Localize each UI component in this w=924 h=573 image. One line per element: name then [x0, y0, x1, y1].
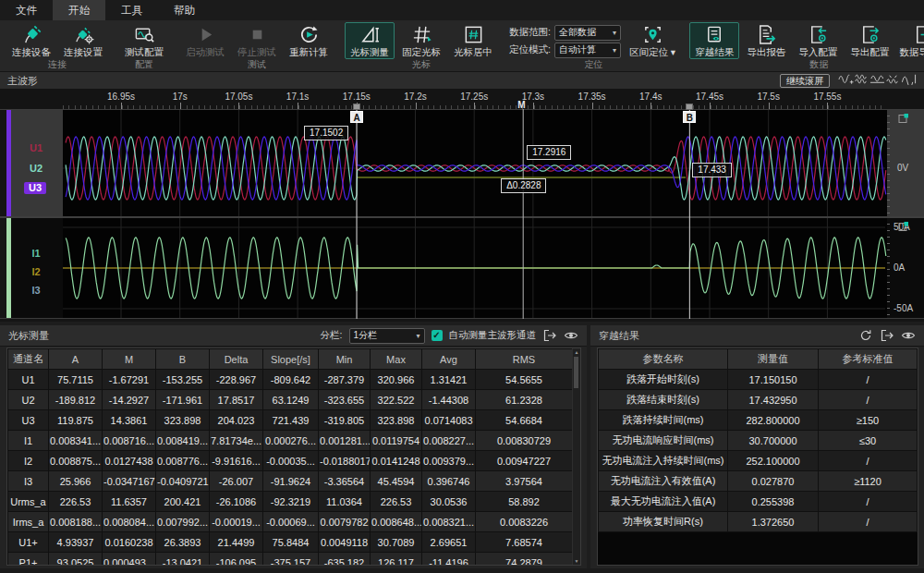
table-cell: 0.008716... — [103, 431, 156, 451]
data-range-select[interactable]: 全部数据▾ — [554, 25, 621, 41]
continue-scroll-button[interactable]: 继续滚屏 — [780, 74, 830, 88]
crossing-table-row[interactable]: 功率恢复时间R(s)1.372650/ — [599, 512, 918, 532]
panel-snapshot-icon[interactable] — [898, 113, 909, 124]
table-cell: 0.255398 — [728, 492, 819, 512]
data-export-icon — [912, 24, 924, 45]
single-cycle-icon[interactable] — [901, 73, 917, 85]
connect-device-button[interactable]: 连接设备 — [6, 22, 56, 59]
table-cell: -287.379 — [319, 370, 371, 390]
vertical-scrollbar[interactable]: ▲ ▼ — [572, 348, 580, 565]
auto-measure-checkbox[interactable]: ✓ — [432, 330, 443, 341]
ribbon-group-connect: 连接设备连接设置连接 — [2, 20, 113, 71]
data-export-button[interactable]: 数据导出 ▾ — [896, 22, 924, 59]
table-cell: -375.157 — [263, 553, 319, 567]
fixed-cursor-button[interactable]: 固定光标 — [396, 22, 446, 59]
export-config-button[interactable]: 导出配置 — [845, 22, 894, 59]
fit-waves-icon[interactable] — [885, 73, 901, 85]
cursor-b-flag[interactable]: B — [683, 111, 696, 123]
channel-label-i3[interactable]: I3 — [11, 285, 61, 297]
connect-settings-button[interactable]: 连接设置 — [58, 22, 108, 59]
crossing-table-row[interactable]: 跌落结束时刻(s)17.432950/ — [599, 390, 918, 410]
scrollbar-thumb[interactable] — [574, 357, 578, 388]
table-cell: 0.008648... — [371, 512, 422, 532]
test-config-icon — [134, 24, 155, 45]
table-cell: 26.3893 — [156, 532, 210, 553]
cursor-table-row[interactable]: U1+4.939370.016023826.389321.449975.8484… — [8, 532, 573, 553]
cursor-a-time-label: 17.1502 — [304, 126, 348, 140]
time-tick-label: 17.4s — [639, 91, 662, 102]
position-mode-select[interactable]: 自动计算▾ — [554, 43, 621, 58]
menu-tab-help[interactable]: 帮助 — [158, 0, 211, 20]
scroll-down-arrow[interactable]: ▼ — [573, 558, 580, 564]
crossing-table-row[interactable]: 跌落开始时刻(s)17.150150/ — [599, 370, 918, 390]
cursor-table-row[interactable]: U3119.87514.3861323.898204.023721.439-31… — [8, 410, 573, 431]
table-cell: 7.81734e... — [210, 431, 263, 451]
test-config-button[interactable]: 测试配置 — [119, 22, 169, 59]
merged-waves-icon[interactable] — [869, 73, 885, 85]
position-mode-label: 定位模式: — [509, 43, 551, 56]
table-cell: -1.44308 — [422, 390, 476, 410]
eye-icon[interactable] — [564, 329, 578, 342]
menu-tab-tools[interactable]: 工具 — [105, 0, 158, 20]
cursor-m-marker[interactable]: M — [517, 100, 525, 110]
pop-out-icon[interactable] — [880, 329, 894, 342]
eye-icon[interactable] — [901, 329, 916, 342]
table-cell: 282.800000 — [728, 410, 819, 431]
recalculate-button[interactable]: 重新计算 — [284, 22, 334, 59]
cursor-center-button[interactable]: 光标居中 — [448, 22, 498, 59]
waveform-plot[interactable] — [0, 109, 924, 319]
cursor-a-handle[interactable] — [353, 104, 360, 110]
table-cell: 58.892 — [476, 492, 573, 512]
table-cell: 0.0127438 — [103, 451, 156, 471]
fixed-cursor-icon — [411, 24, 432, 45]
cursor-table-row[interactable]: I20.008875...0.01274380.008776...-9.9161… — [8, 451, 573, 471]
connect-settings-label: 连接设置 — [64, 45, 103, 58]
cursor-table-row[interactable]: Urms_a226.5311.6357200.421-26.1086-92.32… — [8, 492, 573, 512]
crossing-result-button[interactable]: 穿越结果 — [689, 22, 739, 59]
crossing-table-row[interactable]: 无功电流注入持续时间(ms)252.100000/ — [599, 451, 918, 471]
add-waveform-icon[interactable] — [838, 73, 854, 85]
stop-test-button[interactable]: 停止测试 — [232, 22, 282, 59]
export-report-button[interactable]: 导出报告 — [741, 22, 791, 59]
split-select[interactable]: 1分栏 ▾ — [349, 328, 425, 344]
column-header-: 通道名 — [8, 349, 49, 370]
cursor-table-row[interactable]: Irms_a0.008188...0.008084...0.007992...-… — [8, 512, 573, 532]
channel-label-u1[interactable]: U1 — [11, 142, 61, 154]
cursor-table-row[interactable]: I10.008341...0.008716...0.008419...7.817… — [8, 431, 573, 451]
menu-tab-start[interactable]: 开始 — [53, 0, 105, 20]
cursor-table-row[interactable]: U175.7115-1.67291-153.255-228.967-809.64… — [8, 370, 573, 390]
table-cell: -0.0347167 — [103, 471, 156, 492]
cursor-a-flag[interactable]: A — [350, 111, 363, 123]
table-cell: 0.009379... — [422, 451, 476, 471]
crossing-table-row[interactable]: 无功电流注入有效值(A)0.027870≥1120 — [599, 471, 918, 492]
split-label: 分栏: — [321, 329, 343, 342]
interval-position-button[interactable]: 区间定位 ▾ — [626, 22, 678, 59]
panel-snapshot-icon[interactable] — [898, 221, 909, 232]
stacked-waves-icon[interactable] — [854, 73, 869, 85]
tick-mark — [710, 103, 711, 109]
pop-out-icon[interactable] — [542, 329, 557, 342]
cursor-table-row[interactable]: U2-189.812-14.2927-171.96117.851763.1249… — [8, 390, 573, 410]
cursor-b-handle[interactable] — [686, 104, 693, 110]
column-header-delta: Delta — [210, 349, 263, 370]
menu-tab-file[interactable]: 文件 — [0, 0, 53, 20]
table-cell: 0.008776... — [156, 451, 210, 471]
crossing-table-row[interactable]: 最大无功电流注入值(A)0.255398/ — [599, 492, 918, 512]
refresh-icon[interactable] — [858, 329, 873, 342]
crossing-table-row[interactable]: 跌落持续时间(ms)282.800000≥150 — [599, 410, 918, 431]
time-axis[interactable]: 16.95s17s17.05s17.1s17.15s17.2s17.25s17.… — [0, 90, 924, 109]
scroll-up-arrow[interactable]: ▲ — [573, 349, 580, 355]
table-cell: / — [819, 451, 918, 471]
channel-label-i2[interactable]: I2 — [11, 266, 61, 278]
crossing-table-row[interactable]: 无功电流响应时间(ms)30.700000≤30 — [599, 431, 918, 451]
import-config-button[interactable]: 导入配置 — [793, 22, 843, 59]
table-cell: 跌落持续时间(ms) — [599, 410, 728, 431]
channel-label-i1[interactable]: I1 — [11, 248, 61, 260]
cursor-table-row[interactable]: I325.966-0.0347167-0.0409721-26.007-91.9… — [8, 471, 573, 492]
column-header-avg: Avg — [422, 349, 476, 370]
cursor-table-row[interactable]: P1+93.05250.000493...-13.0421-106.095-37… — [8, 553, 573, 567]
cursor-measure-button[interactable]: 光标测量 — [345, 22, 395, 59]
channel-label-u2[interactable]: U2 — [11, 163, 61, 175]
start-test-button[interactable]: 启动测试 — [180, 22, 230, 59]
channel-label-u3[interactable]: U3 — [24, 182, 46, 194]
